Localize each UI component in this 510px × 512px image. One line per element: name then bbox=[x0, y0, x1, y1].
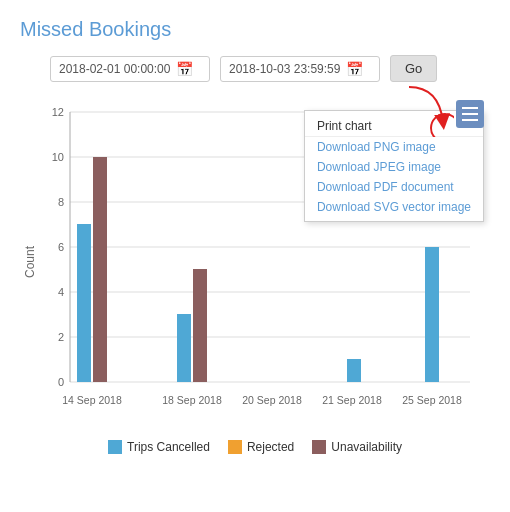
download-pdf-item[interactable]: Download PDF document bbox=[305, 177, 483, 197]
go-button[interactable]: Go bbox=[390, 55, 437, 82]
svg-text:6: 6 bbox=[58, 241, 64, 253]
hamburger-line-3 bbox=[462, 119, 478, 121]
legend-trips-cancelled: Trips Cancelled bbox=[108, 440, 210, 454]
date-start-value: 2018-02-01 00:00:00 bbox=[59, 62, 170, 76]
date-start-input[interactable]: 2018-02-01 00:00:00 📅 bbox=[50, 56, 210, 82]
svg-text:18 Sep 2018: 18 Sep 2018 bbox=[162, 394, 222, 406]
svg-text:8: 8 bbox=[58, 196, 64, 208]
bar-g1-unavail bbox=[93, 157, 107, 382]
legend-color-unavail bbox=[312, 440, 326, 454]
svg-text:0: 0 bbox=[58, 376, 64, 388]
bar-g1-trips bbox=[77, 224, 91, 382]
calendar-end-icon[interactable]: 📅 bbox=[346, 61, 363, 77]
legend: Trips Cancelled Rejected Unavailability bbox=[20, 440, 490, 454]
svg-text:25 Sep 2018: 25 Sep 2018 bbox=[402, 394, 462, 406]
bar-g4-trips bbox=[347, 359, 361, 382]
legend-unavailability: Unavailability bbox=[312, 440, 402, 454]
hamburger-line-1 bbox=[462, 107, 478, 109]
bar-g2-unavail bbox=[193, 269, 207, 382]
legend-color-rejected bbox=[228, 440, 242, 454]
svg-text:10: 10 bbox=[52, 151, 64, 163]
legend-rejected: Rejected bbox=[228, 440, 294, 454]
chart-area: Print chart Download PNG image Download … bbox=[20, 92, 490, 454]
legend-label-rejected: Rejected bbox=[247, 440, 294, 454]
controls-bar: 2018-02-01 00:00:00 📅 2018-10-03 23:59:5… bbox=[50, 55, 490, 82]
legend-label-unavail: Unavailability bbox=[331, 440, 402, 454]
hamburger-line-2 bbox=[462, 113, 478, 115]
legend-color-trips bbox=[108, 440, 122, 454]
svg-text:20 Sep 2018: 20 Sep 2018 bbox=[242, 394, 302, 406]
page-title: Missed Bookings bbox=[20, 18, 490, 41]
hamburger-menu-button[interactable] bbox=[456, 100, 484, 128]
arrow-annotation bbox=[399, 82, 454, 141]
date-end-input[interactable]: 2018-10-03 23:59:59 📅 bbox=[220, 56, 380, 82]
svg-text:12: 12 bbox=[52, 106, 64, 118]
y-axis-label: Count bbox=[23, 245, 37, 278]
svg-text:14 Sep 2018: 14 Sep 2018 bbox=[62, 394, 122, 406]
download-jpeg-item[interactable]: Download JPEG image bbox=[305, 157, 483, 177]
bar-g5-trips bbox=[425, 247, 439, 382]
download-svg-item[interactable]: Download SVG vector image bbox=[305, 197, 483, 217]
legend-label-trips: Trips Cancelled bbox=[127, 440, 210, 454]
calendar-start-icon[interactable]: 📅 bbox=[176, 61, 193, 77]
svg-text:2: 2 bbox=[58, 331, 64, 343]
svg-text:4: 4 bbox=[58, 286, 64, 298]
svg-text:21 Sep 2018: 21 Sep 2018 bbox=[322, 394, 382, 406]
bar-g2-trips bbox=[177, 314, 191, 382]
download-png-item[interactable]: Download PNG image bbox=[305, 137, 483, 157]
date-end-value: 2018-10-03 23:59:59 bbox=[229, 62, 340, 76]
